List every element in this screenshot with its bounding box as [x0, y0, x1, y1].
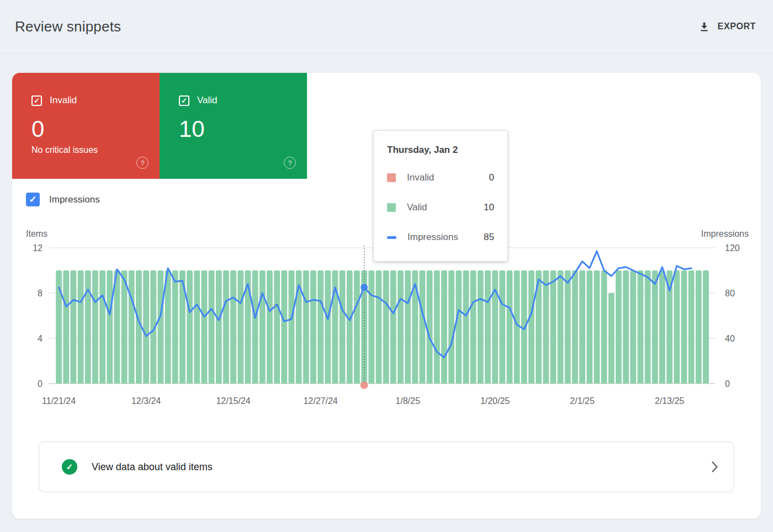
valid-bar[interactable]: [267, 270, 273, 384]
valid-bar[interactable]: [601, 270, 607, 384]
valid-bar[interactable]: [666, 270, 673, 384]
valid-bar[interactable]: [129, 270, 135, 384]
valid-bar[interactable]: [310, 270, 316, 384]
valid-bar[interactable]: [202, 270, 208, 384]
valid-bar[interactable]: [543, 270, 549, 384]
valid-bar[interactable]: [427, 270, 433, 384]
valid-bar[interactable]: [470, 270, 476, 384]
x-axis-tick: 1/20/25: [480, 396, 510, 406]
right-axis-tick: 0: [725, 379, 730, 389]
valid-bar[interactable]: [478, 270, 484, 384]
invalid-checkbox[interactable]: ✓: [31, 95, 42, 106]
invalid-status-card[interactable]: ✓ Invalid 0 No critical issues ?: [12, 73, 160, 179]
valid-bar[interactable]: [659, 270, 665, 384]
valid-checkbox[interactable]: ✓: [179, 95, 189, 106]
right-axis-tick: 120: [725, 243, 740, 253]
valid-bar[interactable]: [507, 270, 513, 384]
valid-bar[interactable]: [594, 270, 600, 384]
valid-bar[interactable]: [347, 270, 353, 384]
valid-bar[interactable]: [340, 270, 346, 384]
valid-bar[interactable]: [420, 270, 426, 384]
valid-bar[interactable]: [703, 270, 709, 384]
invalid-count: 0: [31, 116, 146, 142]
view-valid-items-label: View data about valid items: [92, 461, 711, 473]
valid-bar[interactable]: [158, 270, 164, 384]
valid-bar[interactable]: [303, 270, 309, 384]
valid-bar[interactable]: [237, 270, 243, 384]
valid-bar[interactable]: [99, 270, 105, 384]
valid-bar[interactable]: [289, 270, 295, 384]
valid-bar[interactable]: [107, 270, 113, 384]
help-icon[interactable]: ?: [136, 157, 149, 169]
export-button[interactable]: EXPORT: [696, 17, 758, 37]
valid-bar[interactable]: [434, 270, 440, 384]
valid-bar[interactable]: [368, 270, 374, 384]
valid-bar[interactable]: [63, 270, 69, 384]
valid-bar[interactable]: [78, 270, 84, 384]
valid-bar[interactable]: [565, 270, 571, 384]
valid-bar[interactable]: [441, 270, 447, 384]
valid-bar[interactable]: [623, 270, 629, 384]
valid-bar[interactable]: [71, 270, 77, 384]
valid-bar[interactable]: [172, 270, 178, 384]
valid-bar[interactable]: [230, 270, 236, 384]
impressions-toggle[interactable]: ✓ Impressions: [26, 193, 100, 206]
invalid-card-label: Invalid: [50, 95, 77, 106]
valid-bar[interactable]: [652, 270, 658, 384]
valid-bar[interactable]: [187, 270, 193, 384]
x-axis-tick: 2/13/25: [655, 396, 684, 406]
left-axis-tick: 4: [38, 334, 43, 343]
valid-bar[interactable]: [579, 270, 585, 384]
valid-bar[interactable]: [325, 270, 331, 384]
valid-bar[interactable]: [92, 270, 98, 384]
valid-bar[interactable]: [317, 270, 324, 384]
view-valid-items-button[interactable]: ✓ View data about valid items: [39, 441, 734, 492]
valid-bar[interactable]: [558, 270, 564, 384]
chart-tooltip: Thursday, Jan 2 Invalid 0 Valid 10 Impre…: [373, 130, 508, 262]
valid-bar[interactable]: [674, 270, 680, 384]
valid-bar[interactable]: [252, 270, 258, 384]
valid-bar[interactable]: [85, 270, 91, 384]
valid-bar[interactable]: [499, 270, 505, 384]
invalid-swatch: [387, 173, 396, 182]
valid-bar[interactable]: [354, 270, 360, 384]
valid-bar[interactable]: [223, 270, 229, 384]
valid-bar[interactable]: [456, 270, 462, 384]
valid-bar[interactable]: [194, 270, 200, 384]
valid-bar[interactable]: [528, 270, 534, 384]
valid-bar[interactable]: [260, 270, 266, 384]
help-icon[interactable]: ?: [284, 157, 296, 169]
valid-bar[interactable]: [696, 270, 702, 384]
valid-bar[interactable]: [616, 270, 622, 384]
valid-bar[interactable]: [492, 270, 498, 384]
valid-bar[interactable]: [689, 270, 695, 384]
valid-bar[interactable]: [376, 270, 382, 384]
valid-bar[interactable]: [572, 270, 578, 384]
valid-bar[interactable]: [630, 270, 636, 384]
tooltip-impressions-label: Impressions: [407, 232, 484, 243]
valid-bar[interactable]: [165, 270, 171, 384]
page-header: Review snippets EXPORT: [0, 0, 773, 54]
valid-bar[interactable]: [143, 270, 149, 384]
valid-bar[interactable]: [608, 293, 615, 384]
valid-bar[interactable]: [281, 270, 287, 384]
valid-bar[interactable]: [216, 270, 222, 384]
valid-bar[interactable]: [209, 270, 215, 384]
valid-bar[interactable]: [485, 270, 491, 384]
valid-bar[interactable]: [405, 270, 411, 384]
valid-status-card[interactable]: ✓ Valid 10 ?: [160, 73, 307, 179]
valid-bar[interactable]: [121, 270, 128, 384]
valid-bar[interactable]: [390, 270, 396, 384]
valid-bar[interactable]: [274, 270, 280, 384]
valid-bar[interactable]: [463, 270, 469, 384]
valid-bar[interactable]: [398, 270, 404, 384]
valid-bar[interactable]: [681, 270, 687, 384]
valid-bar[interactable]: [645, 270, 651, 384]
valid-bar[interactable]: [638, 270, 644, 384]
valid-bar[interactable]: [550, 270, 557, 384]
tooltip-row-invalid: Invalid 0: [387, 163, 494, 193]
impressions-checkbox[interactable]: ✓: [26, 193, 40, 206]
valid-bar[interactable]: [586, 270, 592, 384]
valid-bar[interactable]: [448, 270, 454, 384]
valid-bar[interactable]: [383, 270, 389, 384]
